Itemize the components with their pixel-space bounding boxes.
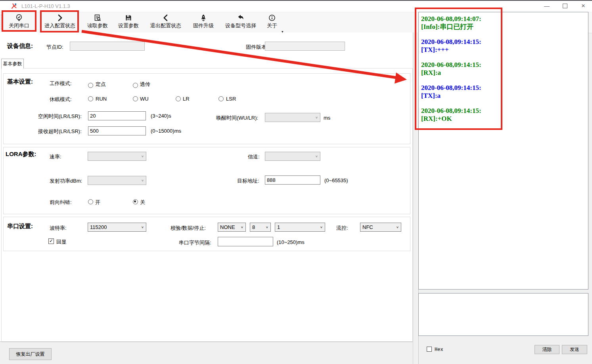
node-id-label: 节点ID:: [46, 44, 63, 51]
log-time: 2020-06-08,09:14:15:: [421, 38, 588, 46]
chevron-down-icon: ∨: [139, 225, 146, 229]
sleep-mode-option-label[interactable]: LSR: [226, 96, 236, 102]
stop-bits-value: 1: [275, 224, 318, 230]
target-addr-label: 目标地址:: [237, 177, 259, 185]
sleep-mode-label: 休眠模式:: [50, 96, 72, 103]
idle-time-input[interactable]: 20: [88, 111, 146, 120]
chevron-down-icon: ∨: [313, 116, 320, 119]
clear-label: 清除: [542, 346, 552, 353]
toolbar-label: 退出配置状态: [150, 22, 181, 29]
wake-time-label: 唤醒时间(WU/LR):: [216, 114, 258, 122]
work-mode-option-label[interactable]: 定点: [96, 81, 106, 88]
tx-power-select[interactable]: ∨: [88, 176, 146, 185]
rx-timeout-input[interactable]: 500: [88, 126, 146, 135]
info-icon: [268, 14, 276, 22]
usr-logo-icon: [11, 3, 17, 10]
parity-select[interactable]: NONE ∨: [218, 223, 246, 232]
work-mode-option-label[interactable]: 透传: [140, 81, 150, 88]
work-mode-radio-touchuan[interactable]: [133, 83, 138, 88]
minimize-button[interactable]: —: [538, 0, 556, 12]
fec-option-label[interactable]: 关: [140, 199, 145, 206]
log-entry: 2020-06-08,09:14:07: [Info]:串口已打开: [421, 15, 588, 30]
target-addr-hint: (0~65535): [324, 177, 348, 183]
titlebar: L101-L-P-H10 V1.1.3 — ×: [0, 0, 592, 12]
parity-data-stop-label: 校验/数据/停止:: [171, 225, 206, 232]
close-icon: ×: [581, 2, 585, 10]
send-label: 发送: [570, 346, 579, 353]
sleep-mode-option-label[interactable]: WU: [140, 96, 149, 102]
firmware-field[interactable]: [265, 42, 345, 51]
target-addr-input[interactable]: 888: [265, 175, 320, 185]
about-button[interactable]: 关于: [264, 13, 280, 32]
sleep-mode-radio-lr[interactable]: [176, 96, 181, 101]
pin-check-icon: [15, 14, 23, 22]
log-text: [TX]:a: [421, 92, 588, 100]
chevron-down-icon: ∨: [139, 154, 146, 158]
flow-value: NFC: [360, 224, 394, 230]
close-button[interactable]: ×: [574, 0, 592, 12]
sleep-mode-radio-run[interactable]: [88, 96, 93, 101]
log-entry: 2020-06-08,09:14:15: [TX]:a: [421, 84, 588, 99]
node-id-field[interactable]: [70, 42, 145, 51]
flow-select[interactable]: NFC ∨: [360, 223, 401, 232]
sleep-mode-option-label[interactable]: RUN: [96, 96, 107, 102]
log-time: 2020-06-08,09:14:15:: [421, 107, 588, 115]
toolbar-label: 关于: [267, 22, 277, 29]
maximize-button[interactable]: [556, 0, 574, 12]
rx-timeout-value: 500: [90, 128, 99, 134]
sleep-mode-radio-wu[interactable]: [133, 96, 138, 101]
fec-radio-on[interactable]: [88, 199, 93, 204]
send-button[interactable]: 发送: [562, 345, 587, 354]
rate-select[interactable]: ∨: [88, 152, 146, 161]
factory-reset-button[interactable]: 恢复出厂设置: [9, 348, 52, 360]
sleep-mode-option-label[interactable]: LR: [183, 96, 190, 102]
wake-time-select[interactable]: ∨: [265, 113, 320, 122]
device-info-title: 设备信息:: [7, 42, 33, 50]
log-entry: 2020-06-08,09:14:15: [RX]:a: [421, 61, 588, 76]
top-border-line: [0, 0, 592, 1]
chevron-right-icon: [56, 14, 64, 22]
echo-checkbox[interactable]: ✓: [48, 238, 54, 244]
panel-splitter[interactable]: [413, 32, 419, 364]
log-output-area[interactable]: 2020-06-08,09:14:07: [Info]:串口已打开 2020-0…: [418, 12, 588, 290]
channel-select[interactable]: ∨: [265, 152, 320, 161]
echo-label[interactable]: 回显: [56, 238, 67, 246]
exit-config-button[interactable]: 退出配置状态: [145, 13, 186, 32]
enter-config-button[interactable]: 进入配置状态: [40, 13, 80, 32]
maximize-icon: [563, 4, 567, 8]
serial-settings-title: 串口设置:: [7, 223, 33, 230]
log-text: [RX]:a: [421, 69, 588, 77]
hex-checkbox[interactable]: ✓: [427, 347, 432, 352]
doc-search-icon: [94, 14, 102, 22]
device-model-select-button[interactable]: 设备型号选择: [220, 13, 262, 32]
stop-bits-select[interactable]: 1 ∨: [275, 223, 325, 232]
firmware-upgrade-button[interactable]: 固件升级: [189, 13, 218, 32]
rx-timeout-label: 接收超时(LR/LSR):: [38, 128, 82, 135]
fec-radio-off[interactable]: [133, 199, 138, 204]
tab-basic-params[interactable]: 基本参数: [1, 59, 24, 69]
close-serial-button[interactable]: 关闭串口: [2, 13, 36, 32]
toolbar-label: 设置参数: [118, 22, 139, 29]
data-bits-select[interactable]: 8 ∨: [250, 223, 271, 232]
hex-label[interactable]: Hex: [435, 347, 443, 353]
chevron-down-icon: ∨: [318, 225, 325, 229]
sleep-mode-radio-lsr[interactable]: [218, 96, 224, 101]
log-time: 2020-06-08,09:14:15:: [421, 61, 588, 69]
read-params-button[interactable]: 读取参数: [82, 13, 113, 32]
baud-select[interactable]: 115200 ∨: [88, 223, 146, 232]
set-params-button[interactable]: 设置参数: [113, 13, 144, 32]
log-time: 2020-06-08,09:14:07:: [421, 15, 588, 23]
tx-power-label: 发射功率dBm:: [50, 177, 82, 185]
idle-time-hint: (3~240)s: [151, 113, 171, 119]
fec-option-label[interactable]: 开: [95, 199, 100, 206]
idle-time-value: 20: [90, 113, 96, 119]
rate-label: 速率:: [50, 153, 61, 160]
chevron-down-icon: ∨: [394, 225, 401, 229]
byte-interval-hint: (10~250)ms: [277, 239, 305, 245]
byte-interval-input[interactable]: [218, 237, 273, 246]
tab-label: 基本参数: [3, 61, 22, 67]
factory-reset-label: 恢复出厂设置: [16, 351, 45, 358]
clear-button[interactable]: 清除: [535, 345, 559, 354]
work-mode-radio-dingdian[interactable]: [88, 83, 93, 88]
send-input-area[interactable]: [418, 293, 588, 336]
